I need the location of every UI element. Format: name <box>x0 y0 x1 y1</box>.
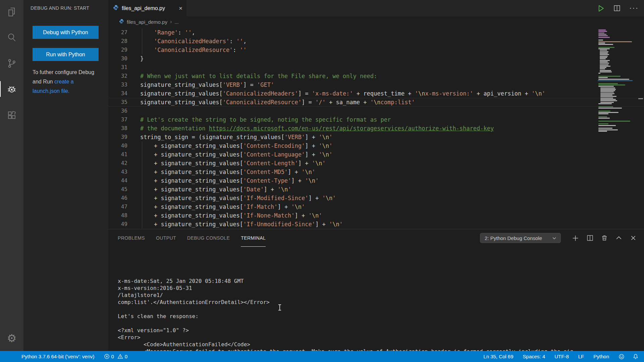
gear-glyph: ⚙ <box>7 332 17 345</box>
minimap-row <box>598 29 606 31</box>
notifications-bell-icon[interactable] <box>633 354 639 360</box>
code-line-47[interactable]: 47 + signature_string_values['If-Match']… <box>108 202 644 211</box>
editor-actions: ··· <box>597 0 639 16</box>
bottom-panel: PROBLEMSOUTPUTDEBUG CONSOLETERMINAL 2: P… <box>108 229 644 351</box>
code-line-43[interactable]: 43 + signature_string_values['Content-MD… <box>108 168 644 176</box>
run-with-python-button[interactable]: Run with Python <box>33 48 99 61</box>
code-line-39[interactable]: 39string_to_sign = (signature_string_val… <box>108 133 644 141</box>
panel-tab-terminal[interactable]: TERMINAL <box>241 229 266 247</box>
error-count: 0 <box>111 354 114 359</box>
code-line-49[interactable]: 49 + signature_string_values['If-Unmodif… <box>108 220 644 229</box>
minimap-row <box>600 53 608 54</box>
cursor-position-status[interactable]: Ln 35, Col 69 <box>483 354 513 359</box>
terminal-output[interactable]: x-ms-date:Sat, 25 Jan 2020 05:18:48 GMTx… <box>108 247 644 355</box>
panel-tab-debug-console[interactable]: DEBUG CONSOLE <box>187 229 230 247</box>
code-line-36[interactable]: 36 <box>108 107 644 115</box>
terminal-line: /latajlstore1/ <box>118 292 644 299</box>
minimap-row <box>598 41 632 42</box>
code-lines: 27 'Range': '',28 'CanonicalizedHeaders'… <box>108 28 644 229</box>
line-number: 44 <box>108 176 127 185</box>
code-text <box>127 63 140 72</box>
panel-icons <box>572 235 637 242</box>
line-number: 38 <box>108 124 127 133</box>
split-terminal-icon[interactable] <box>587 235 593 241</box>
breadcrumb[interactable]: files_api_demo.py › ... <box>108 16 644 27</box>
code-line-31[interactable]: 31 <box>108 63 644 72</box>
code-line-34[interactable]: 34signature_string_values['Canonicalized… <box>108 89 644 98</box>
more-actions-icon[interactable]: ··· <box>629 7 639 10</box>
code-line-29[interactable]: 29 'CanonicalizedResource': '' <box>108 46 644 54</box>
python-file-icon <box>113 5 119 12</box>
minimap-row <box>600 66 610 67</box>
minimap-row <box>598 44 613 45</box>
code-line-33[interactable]: 33signature_string_values['VERB'] = 'GET… <box>108 80 644 89</box>
minimap[interactable] <box>598 29 636 132</box>
code-line-32[interactable]: 32# When we just want to list details fo… <box>108 72 644 80</box>
code-line-40[interactable]: 40 + signature_string_values['Content-En… <box>108 141 644 150</box>
tab-files-api-demo[interactable]: files_api_demo.py × <box>108 0 186 16</box>
code-line-48[interactable]: 48 + signature_string_values['If-None-Ma… <box>108 211 644 220</box>
code-text: + signature_string_values['Content-Type'… <box>127 176 319 185</box>
terminal-line: <Error> <box>118 334 644 341</box>
code-line-35[interactable]: 35signature_string_values['Canonicalized… <box>108 98 644 107</box>
text-cursor-ibeam <box>278 304 282 311</box>
indentation-status[interactable]: Spaces: 4 <box>523 354 545 359</box>
panel-tab-output[interactable]: OUTPUT <box>156 229 176 247</box>
code-line-41[interactable]: 41 + signature_string_values['Content-La… <box>108 150 644 159</box>
activity-item-extensions[interactable] <box>0 102 23 128</box>
code-text: + signature_string_values['If-Modified-S… <box>127 194 336 202</box>
code-line-27[interactable]: 27 'Range': '', <box>108 28 644 37</box>
panel-header: PROBLEMSOUTPUTDEBUG CONSOLETERMINAL 2: P… <box>108 229 644 247</box>
activity-bar: ⚙ <box>0 0 23 351</box>
code-line-42[interactable]: 42 + signature_string_values['Content-Le… <box>108 159 644 168</box>
tab-close-icon[interactable]: × <box>179 5 182 11</box>
terminal-line: Let's clean the response: <box>118 313 644 320</box>
minimap-row <box>598 112 619 113</box>
code-line-37[interactable]: 37# Let's create the string to be signed… <box>108 115 644 124</box>
panel-tab-problems[interactable]: PROBLEMS <box>118 229 145 247</box>
close-panel-icon[interactable] <box>630 235 637 241</box>
breadcrumb-file[interactable]: files_api_demo.py <box>127 19 167 25</box>
problems-status[interactable]: 0 0 <box>104 354 128 359</box>
activity-item-search[interactable] <box>0 24 23 50</box>
minimap-row <box>598 113 608 114</box>
activity-item-explorer[interactable] <box>0 0 23 24</box>
debug-with-python-button[interactable]: Debug with Python <box>33 26 99 39</box>
language-mode-status[interactable]: Python <box>593 354 609 359</box>
code-text: signature_string_values['VERB'] = 'GET' <box>127 80 274 89</box>
breadcrumb-more[interactable]: ... <box>174 19 179 25</box>
line-number: 49 <box>108 220 127 229</box>
minimap-row <box>600 89 616 90</box>
activity-item-debug[interactable] <box>0 76 23 102</box>
activity-item-source-control[interactable] <box>0 50 23 76</box>
code-editor[interactable]: 27 'Range': '',28 'CanonicalizedHeaders'… <box>108 27 644 229</box>
kill-terminal-trash-icon[interactable] <box>601 235 608 241</box>
python-interpreter-status[interactable]: Python 3.7.6 64-bit ('venv': venv) <box>21 354 95 359</box>
code-line-46[interactable]: 46 + signature_string_values['If-Modifie… <box>108 194 644 202</box>
terminal-selector-dropdown[interactable]: 2: Python Debug Console <box>480 233 561 243</box>
code-text: 'CanonicalizedHeaders': '', <box>127 37 247 46</box>
line-number: 32 <box>108 72 127 80</box>
run-file-button[interactable] <box>597 5 605 12</box>
code-text: # Let's create the string to be signed, … <box>127 115 391 124</box>
code-line-45[interactable]: 45 + signature_string_values['Date'] + '… <box>108 185 644 194</box>
code-text: + signature_string_values['Content-Langu… <box>127 150 332 159</box>
encoding-status[interactable]: UTF-8 <box>554 354 569 359</box>
minimap-row <box>600 64 608 65</box>
settings-gear-icon[interactable]: ⚙ <box>0 327 23 349</box>
maximize-panel-chevron-up-icon[interactable] <box>615 235 622 241</box>
terminal-line <box>118 249 644 256</box>
minimap-row <box>598 103 612 104</box>
eol-status[interactable]: LF <box>578 354 584 359</box>
line-number: 28 <box>108 37 127 46</box>
code-line-30[interactable]: 30} <box>108 54 644 63</box>
status-bar: Python 3.7.6 64-bit ('venv': venv) 0 0 L… <box>0 351 644 362</box>
code-line-38[interactable]: 38# the documentation https://docs.micro… <box>108 124 644 133</box>
spaces-label: Spaces: 4 <box>523 354 545 359</box>
code-line-28[interactable]: 28 'CanonicalizedHeaders': '', <box>108 37 644 46</box>
split-editor-icon[interactable] <box>613 5 621 12</box>
explorer-icon <box>7 7 17 17</box>
new-terminal-icon[interactable] <box>572 235 579 242</box>
feedback-smiley-icon[interactable] <box>619 354 625 360</box>
code-line-44[interactable]: 44 + signature_string_values['Content-Ty… <box>108 176 644 185</box>
